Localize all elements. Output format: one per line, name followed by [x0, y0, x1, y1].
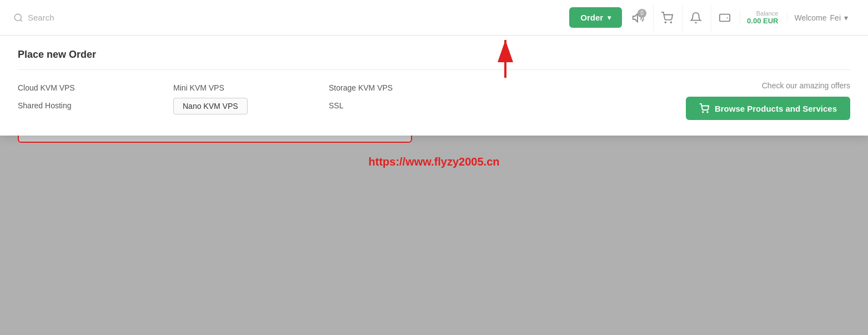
right-section: Check our amazing offers Browse Products…	[484, 81, 850, 120]
svg-rect-4	[719, 14, 729, 21]
dropdown-grid: Cloud KVM VPS Shared Hosting Mini KVM VP…	[18, 81, 850, 120]
announcements-button[interactable]: 0	[624, 4, 651, 31]
balance-label: Balance	[756, 10, 779, 17]
balance-value: 0.00 EUR	[747, 17, 778, 25]
svg-point-3	[670, 22, 671, 23]
menu-nano-kvm-vps[interactable]: Nano KVM VPS	[173, 98, 248, 114]
username: Fei	[830, 13, 841, 22]
welcome-section[interactable]: Welcome Fei ▾	[787, 13, 855, 22]
order-dropdown-panel: Place new Order Cloud KVM VPS Shared Hos…	[0, 36, 868, 136]
navbar: Search Order ▾ 0	[0, 0, 868, 36]
svg-point-6	[707, 112, 708, 113]
svg-point-2	[665, 22, 666, 23]
order-label: Order	[580, 13, 603, 22]
notifications-button[interactable]	[682, 4, 709, 31]
check-offers-text: Check our amazing offers	[762, 81, 850, 90]
announcements-badge: 0	[638, 9, 646, 18]
menu-shared-hosting[interactable]: Shared Hosting	[18, 99, 173, 112]
menu-mini-kvm-vps[interactable]: Mini KVM VPS	[173, 81, 329, 94]
wallet-button[interactable]	[711, 4, 737, 31]
col-2: Mini KVM VPS Nano KVM VPS	[173, 81, 329, 114]
divider	[18, 69, 850, 70]
balance-section[interactable]: Balance 0.00 EUR	[740, 10, 785, 25]
cart-icon	[661, 12, 673, 24]
chevron-down-icon: ▾	[844, 13, 848, 22]
order-button[interactable]: Order ▾	[569, 7, 622, 28]
svg-point-0	[14, 14, 21, 21]
search-icon	[13, 13, 23, 23]
cart-icon-browse	[699, 103, 709, 113]
chevron-down-icon: ▾	[608, 14, 611, 22]
search-area[interactable]: Search	[13, 13, 569, 23]
wallet-icon	[719, 12, 731, 24]
menu-ssl[interactable]: SSL	[329, 99, 484, 112]
col-3: Storage KVM VPS SSL	[329, 81, 484, 112]
svg-point-5	[703, 112, 704, 113]
browse-label: Browse Products and Services	[715, 104, 837, 113]
menu-storage-kvm-vps[interactable]: Storage KVM VPS	[329, 81, 484, 94]
dropdown-title: Place new Order	[18, 49, 850, 61]
cart-button[interactable]	[653, 4, 680, 31]
col-1: Cloud KVM VPS Shared Hosting	[18, 81, 173, 112]
bell-icon	[690, 12, 702, 24]
browse-products-button[interactable]: Browse Products and Services	[686, 97, 850, 120]
menu-cloud-kvm-vps[interactable]: Cloud KVM VPS	[18, 81, 173, 94]
search-placeholder: Search	[28, 13, 54, 22]
navbar-right: Order ▾ 0 Balance	[569, 4, 855, 31]
svg-line-1	[20, 19, 22, 21]
welcome-label: Welcome	[794, 13, 826, 22]
